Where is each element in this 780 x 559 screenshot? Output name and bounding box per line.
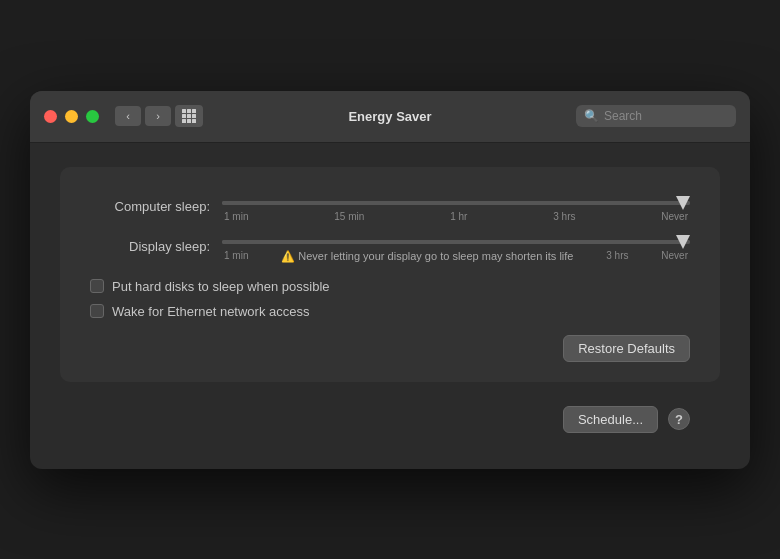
restore-defaults-area: Restore Defaults [90, 335, 690, 362]
display-warning-text: ⚠️ Never letting your display go to slee… [281, 250, 573, 263]
computer-sleep-ticks: 1 min 15 min 1 hr 3 hrs Never [222, 211, 690, 222]
computer-sleep-slider[interactable] [222, 201, 690, 205]
computer-sleep-label: Computer sleep: [90, 199, 210, 214]
display-sleep-label: Display sleep: [90, 239, 210, 254]
maximize-button[interactable] [86, 110, 99, 123]
tick-1hr: 1 hr [450, 211, 467, 222]
hard-disk-checkbox[interactable] [90, 279, 104, 293]
tick-1min: 1 min [224, 211, 248, 222]
search-input[interactable] [604, 109, 728, 123]
display-sleep-row: Display sleep: 1 min ⚠️ Never letting yo… [90, 230, 690, 263]
display-sleep-slider-container: 1 min ⚠️ Never letting your display go t… [222, 230, 690, 263]
search-icon: 🔍 [584, 109, 599, 123]
schedule-button[interactable]: Schedule... [563, 406, 658, 433]
minimize-button[interactable] [65, 110, 78, 123]
display-tick-1min: 1 min [224, 250, 248, 263]
checkbox-section: Put hard disks to sleep when possible Wa… [90, 279, 690, 319]
back-button[interactable]: ‹ [115, 106, 141, 126]
computer-sleep-slider-container: 1 min 15 min 1 hr 3 hrs Never [222, 191, 690, 222]
main-window: ‹ › Energy Saver 🔍 Computer sleep: [30, 91, 750, 469]
display-tick-never: Never [661, 250, 688, 263]
ethernet-checkbox[interactable] [90, 304, 104, 318]
restore-defaults-button[interactable]: Restore Defaults [563, 335, 690, 362]
traffic-lights [44, 110, 99, 123]
content-area: Computer sleep: 1 min 15 min 1 hr 3 hrs … [30, 143, 750, 469]
checkbox-row-harddisk: Put hard disks to sleep when possible [90, 279, 690, 294]
close-button[interactable] [44, 110, 57, 123]
tick-15min: 15 min [334, 211, 364, 222]
forward-button[interactable]: › [145, 106, 171, 126]
tick-never: Never [661, 211, 688, 222]
hard-disk-label: Put hard disks to sleep when possible [112, 279, 330, 294]
help-button[interactable]: ? [668, 408, 690, 430]
footer: Schedule... ? [60, 398, 720, 449]
nav-buttons: ‹ › [115, 106, 171, 126]
titlebar: ‹ › Energy Saver 🔍 [30, 91, 750, 143]
tick-3hrs: 3 hrs [553, 211, 575, 222]
computer-sleep-row: Computer sleep: 1 min 15 min 1 hr 3 hrs … [90, 191, 690, 222]
display-tick-3hrs: 3 hrs [606, 250, 628, 263]
back-icon: ‹ [126, 110, 130, 122]
grid-icon [182, 109, 196, 123]
window-title: Energy Saver [348, 109, 431, 124]
ethernet-label: Wake for Ethernet network access [112, 304, 310, 319]
settings-panel: Computer sleep: 1 min 15 min 1 hr 3 hrs … [60, 167, 720, 382]
forward-icon: › [156, 110, 160, 122]
search-box[interactable]: 🔍 [576, 105, 736, 127]
display-sleep-slider[interactable] [222, 240, 690, 244]
grid-view-button[interactable] [175, 105, 203, 127]
checkbox-row-ethernet: Wake for Ethernet network access [90, 304, 690, 319]
display-sleep-ticks: 1 min ⚠️ Never letting your display go t… [222, 250, 690, 263]
